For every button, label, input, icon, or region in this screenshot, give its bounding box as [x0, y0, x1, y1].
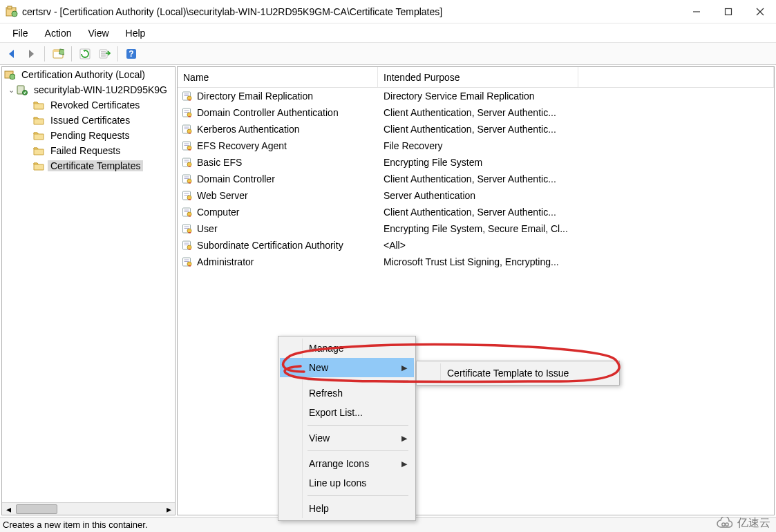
tree-node[interactable]: Pending Requests	[2, 128, 175, 143]
tree-node[interactable]: Certificate Templates	[2, 158, 175, 173]
column-header-blank[interactable]	[578, 67, 774, 87]
tree-node-label: Issued Certificates	[50, 115, 130, 126]
list-pane[interactable]: Name Intended Purpose Directory Email Re…	[177, 66, 775, 515]
toolbar-separator	[117, 46, 118, 61]
context-menu-separator	[307, 425, 408, 426]
context-menu-item[interactable]: View▶	[280, 428, 414, 448]
list-item-purpose: File Recovery	[378, 140, 578, 151]
certificate-template-icon	[180, 157, 194, 168]
tree-node[interactable]: Failed Requests	[2, 143, 175, 158]
list-item-name: Basic EFS	[194, 157, 378, 168]
context-menu-item[interactable]: Export List...	[280, 403, 414, 422]
list-item-purpose: Microsoft Trust List Signing, Encrypting…	[378, 256, 578, 267]
folder-icon	[32, 99, 45, 111]
folder-icon	[32, 130, 45, 141]
list-item-purpose: Directory Service Email Replication	[378, 91, 578, 102]
context-menu-item[interactable]: Help	[280, 499, 414, 518]
list-item[interactable]: Basic EFSEncrypting File System	[178, 154, 774, 171]
svg-point-65	[722, 522, 725, 525]
forward-button[interactable]	[22, 45, 40, 63]
cloud-icon	[715, 517, 735, 531]
scrollbar-right-arrow-icon[interactable]: ▸	[162, 503, 175, 515]
list-item-purpose: Encrypting File System	[378, 157, 578, 168]
certificate-template-icon	[180, 91, 194, 102]
list-item-name: Directory Email Replication	[194, 91, 378, 102]
list-item[interactable]: AdministratorMicrosoft Trust List Signin…	[178, 254, 774, 270]
toolbar-separator	[71, 46, 72, 61]
tree-horizontal-scrollbar[interactable]: ◂ ▸	[2, 502, 175, 515]
tree-ca-node[interactable]: ⌄ securitylab-WIN-1U2RD95K9G	[2, 82, 175, 97]
titlebar: certsrv - [Certification Authority (Loca…	[0, 0, 776, 23]
scrollbar-left-arrow-icon[interactable]: ◂	[2, 503, 15, 515]
list-item-purpose: Client Authentication, Server Authentic.…	[378, 107, 578, 118]
list-item[interactable]: Directory Email ReplicationDirectory Ser…	[178, 88, 774, 104]
list-item[interactable]: Kerberos AuthenticationClient Authentica…	[178, 121, 774, 137]
list-item-name: Computer	[194, 207, 378, 218]
svg-rect-1	[8, 6, 12, 9]
tree-pane[interactable]: Certification Authority (Local) ⌄ securi…	[1, 66, 176, 515]
tree-node[interactable]: Revoked Certificates	[2, 97, 175, 113]
list-item-name: User	[194, 223, 378, 234]
context-menu-item[interactable]: Arrange Icons▶	[280, 454, 414, 473]
svg-rect-9	[59, 49, 64, 55]
context-menu-item-label: Line up Icons	[309, 477, 366, 488]
context-menu-item-label: New	[309, 362, 328, 373]
menu-action[interactable]: Action	[37, 26, 80, 40]
show-hide-tree-button[interactable]	[49, 45, 67, 63]
svg-rect-4	[726, 8, 732, 15]
tree-root-label: Certification Authority (Local)	[21, 69, 145, 80]
list-item-name: Administrator	[194, 256, 378, 267]
help-button[interactable]: ?	[122, 45, 140, 63]
tree-node[interactable]: Issued Certificates	[2, 113, 175, 128]
list-item[interactable]: Domain Controller AuthenticationClient A…	[178, 104, 774, 121]
context-menu-item[interactable]: Manage	[280, 339, 414, 358]
svg-point-18	[10, 74, 15, 79]
column-header-name[interactable]: Name	[178, 67, 378, 87]
folder-icon	[32, 160, 45, 171]
back-button[interactable]	[3, 45, 21, 63]
list-item[interactable]: Domain ControllerClient Authentication, …	[178, 171, 774, 187]
column-header-purpose[interactable]: Intended Purpose	[378, 67, 578, 87]
export-list-button[interactable]	[95, 45, 113, 63]
list-item[interactable]: UserEncrypting File System, Secure Email…	[178, 220, 774, 237]
context-menu-item[interactable]: New▶	[280, 358, 414, 377]
context-menu-item-label: Manage	[309, 343, 344, 354]
minimize-button[interactable]	[681, 0, 712, 23]
certificate-template-icon	[180, 223, 194, 234]
menubar: File Action View Help	[0, 23, 776, 43]
context-menu-item-label: Arrange Icons	[309, 458, 369, 469]
close-button[interactable]	[744, 0, 776, 23]
context-menu-item[interactable]: Line up Icons	[280, 473, 414, 493]
list-item[interactable]: Web ServerServer Authentication	[178, 187, 774, 204]
menu-help[interactable]: Help	[117, 26, 154, 40]
certificate-template-icon	[180, 190, 194, 201]
menu-file[interactable]: File	[4, 26, 37, 40]
ca-root-icon	[3, 69, 16, 80]
context-menu-item-label: Refresh	[309, 388, 343, 399]
context-menu-separator	[307, 380, 408, 381]
tree-node-label: Revoked Certificates	[50, 99, 140, 111]
context-submenu-item[interactable]: Certificate Template to Issue	[418, 363, 618, 383]
submenu-arrow-icon: ▶	[401, 363, 407, 372]
list-item[interactable]: ComputerClient Authentication, Server Au…	[178, 204, 774, 220]
window-title: certsrv - [Certification Authority (Loca…	[22, 6, 681, 17]
list-item[interactable]: EFS Recovery AgentFile Recovery	[178, 137, 774, 154]
menu-view[interactable]: View	[79, 26, 117, 40]
context-menu-item[interactable]: Refresh	[280, 383, 414, 403]
folder-icon	[32, 145, 45, 156]
svg-text:?: ?	[129, 49, 133, 59]
context-menu-item-label: Help	[309, 503, 329, 514]
tree-node-label: Certificate Templates	[50, 160, 140, 171]
list-vertical-scrollbar[interactable]	[770, 67, 774, 515]
statusbar-text: Creates a new item in this container.	[3, 520, 148, 530]
context-menu-separator	[307, 450, 408, 451]
context-menu: ManageNew▶RefreshExport List...View▶Arra…	[278, 336, 416, 521]
list-item[interactable]: Subordinate Certification Authority<All>	[178, 237, 774, 254]
expand-toggle-icon[interactable]: ⌄	[6, 86, 16, 95]
maximize-button[interactable]	[712, 0, 744, 23]
refresh-button[interactable]	[76, 45, 94, 63]
certificate-template-icon	[180, 207, 194, 218]
tree-root[interactable]: Certification Authority (Local)	[2, 67, 175, 82]
scrollbar-thumb[interactable]	[16, 504, 57, 514]
list-item-name: Kerberos Authentication	[194, 124, 378, 135]
